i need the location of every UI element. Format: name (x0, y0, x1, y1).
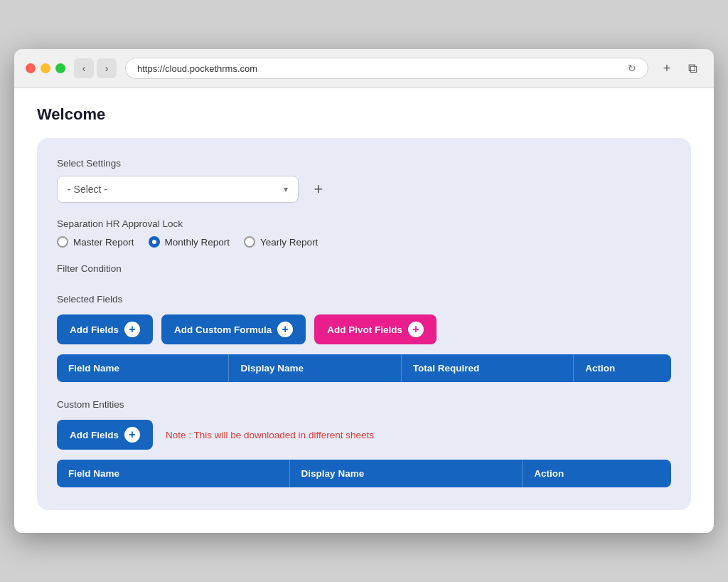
selected-fields-table-header: Field Name Display Name Total Required A… (57, 354, 671, 382)
select-settings-label: Select Settings (57, 158, 671, 169)
traffic-lights (26, 63, 65, 73)
field-name-header: Field Name (57, 354, 228, 382)
new-tab-button[interactable]: + (657, 58, 677, 78)
select-row: - Select - ▾ + (57, 176, 671, 203)
add-settings-button[interactable]: + (307, 178, 330, 201)
report-type-radio-group: Master Report Monthly Report Yearly Repo… (57, 236, 671, 248)
custom-entities-note: Note : This will be downloaded in differ… (166, 430, 374, 440)
total-required-header: Total Required (402, 354, 573, 382)
custom-entities-table-header: Field Name Display Name Action (57, 460, 671, 487)
approval-lock-label: Separation HR Approval Lock (57, 218, 671, 229)
reload-icon: ↻ (628, 63, 636, 74)
settings-dropdown[interactable]: - Select - ▾ (57, 176, 299, 203)
page-title: Welcome (37, 105, 691, 124)
custom-display-name-header: Display Name (290, 460, 523, 487)
custom-entities-btn-row: Add Fields + Note : This will be downloa… (57, 420, 671, 450)
custom-action-header: Action (523, 460, 671, 487)
custom-field-name-header: Field Name (57, 460, 289, 487)
add-formula-plus-icon: + (277, 322, 293, 337)
address-bar[interactable]: https://cloud.pockethrms.com ↻ (125, 58, 648, 79)
maximize-traffic-light[interactable] (55, 63, 65, 73)
custom-add-fields-label: Add Fields (70, 430, 119, 440)
display-name-header: Display Name (229, 354, 400, 382)
master-radio-circle (57, 236, 68, 248)
filter-condition-label: Filter Condition (57, 263, 671, 274)
custom-entities-label: Custom Entities (57, 399, 671, 410)
add-fields-plus-icon: + (124, 322, 140, 337)
add-formula-label: Add Custom Formula (174, 324, 272, 335)
master-report-radio[interactable]: Master Report (57, 236, 134, 248)
add-fields-label: Add Fields (70, 324, 119, 335)
custom-add-fields-plus-icon: + (124, 427, 140, 443)
back-button[interactable]: ‹ (74, 58, 94, 78)
page-content: Welcome Select Settings - Select - ▾ + S… (14, 88, 714, 533)
minimize-traffic-light[interactable] (41, 63, 50, 73)
tabs-button[interactable]: ⧉ (682, 58, 702, 78)
select-settings-section: Select Settings - Select - ▾ + (57, 158, 671, 203)
add-fields-button[interactable]: Add Fields + (57, 314, 153, 344)
custom-entities-section: Custom Entities Add Fields + Note : This… (57, 399, 671, 487)
browser-actions: + ⧉ (657, 58, 702, 78)
dropdown-placeholder: - Select - (68, 184, 107, 195)
main-card: Select Settings - Select - ▾ + Separatio… (37, 138, 691, 510)
selected-fields-buttons: Add Fields + Add Custom Formula + Add Pi… (57, 314, 671, 344)
chevron-down-icon: ▾ (284, 184, 288, 194)
selected-fields-label: Selected Fields (57, 294, 671, 305)
add-formula-button[interactable]: Add Custom Formula + (161, 314, 306, 344)
action-header: Action (574, 354, 671, 382)
add-pivot-plus-icon: + (408, 322, 424, 337)
approval-lock-section: Separation HR Approval Lock Master Repor… (57, 218, 671, 248)
yearly-report-label: Yearly Report (260, 237, 318, 248)
filter-condition-section: Filter Condition (57, 263, 671, 274)
yearly-radio-circle (244, 236, 255, 248)
yearly-report-radio[interactable]: Yearly Report (244, 236, 318, 248)
close-traffic-light[interactable] (26, 63, 36, 73)
browser-chrome: ‹ › https://cloud.pockethrms.com ↻ + ⧉ (14, 49, 714, 88)
monthly-report-label: Monthly Report (165, 237, 230, 248)
selected-fields-section: Selected Fields Add Fields + Add Custom … (57, 294, 671, 382)
add-pivot-button[interactable]: Add Pivot Fields + (314, 314, 437, 344)
monthly-radio-circle (149, 236, 160, 248)
forward-button[interactable]: › (97, 58, 117, 78)
nav-buttons: ‹ › (74, 58, 117, 78)
browser-window: ‹ › https://cloud.pockethrms.com ↻ + ⧉ W… (14, 49, 714, 533)
url-text: https://cloud.pockethrms.com (137, 63, 257, 74)
master-report-label: Master Report (73, 237, 134, 248)
add-pivot-label: Add Pivot Fields (327, 324, 402, 335)
custom-add-fields-button[interactable]: Add Fields + (57, 420, 153, 450)
monthly-report-radio[interactable]: Monthly Report (149, 236, 230, 248)
